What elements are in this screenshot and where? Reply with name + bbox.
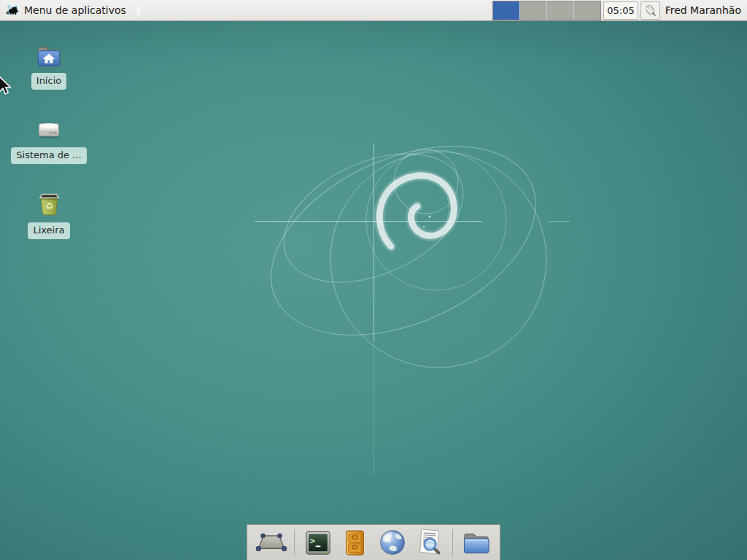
applications-menu-label: Menu de aplicativos (24, 4, 126, 16)
terminal-icon: > (304, 529, 332, 556)
file-manager-folder-icon (462, 530, 491, 555)
dock-item-show-desktop[interactable] (255, 526, 287, 559)
show-desktop-icon (255, 532, 287, 553)
top-panel: Menu de aplicativos 05:05 Fred Maranhão (0, 0, 747, 21)
desktop-icon-label: Início (31, 73, 66, 90)
mouse-device-icon (643, 3, 657, 18)
dock-item-document-search[interactable] (413, 526, 446, 559)
desktop-icon-label: Lixeira (28, 222, 69, 239)
workspace-pane-2[interactable] (520, 1, 546, 20)
bottom-dock-panel: > (247, 524, 500, 560)
mouse-cursor (0, 75, 13, 97)
trash-bin-icon: ♻ (36, 190, 63, 218)
dock-item-web-browser[interactable] (376, 526, 409, 559)
desktop-background[interactable] (0, 0, 747, 560)
clock[interactable]: 05:05 (603, 1, 638, 20)
logged-in-user-name: Fred Maranhão (665, 4, 741, 16)
dock-item-file-manager[interactable] (460, 526, 492, 559)
dock-item-file-cabinet[interactable] (338, 526, 371, 559)
document-search-icon (415, 528, 444, 557)
desktop-icon-trash[interactable]: ♻ Lixeira (9, 190, 89, 239)
xfce-mouse-logo-icon (4, 2, 20, 18)
globe-browser-icon (379, 529, 406, 556)
debian-lines-wallpaper-art (0, 0, 747, 560)
workspace-pane-3[interactable] (547, 1, 573, 20)
desktop-icon-label: Sistema de ... (11, 147, 86, 164)
desktop-icon-home[interactable]: Início (9, 42, 89, 90)
workspace-pane-4[interactable] (574, 1, 600, 20)
desktop-icon-filesystem[interactable]: Sistema de ... (9, 117, 89, 164)
dock-item-terminal[interactable]: > (301, 526, 334, 559)
applications-menu-button[interactable]: Menu de aplicativos (0, 0, 129, 20)
workspace-pane-1[interactable] (493, 1, 519, 20)
mouse-settings-tray-button[interactable] (640, 1, 660, 20)
svg-text:♻: ♻ (44, 201, 53, 211)
dock-separator (294, 529, 295, 556)
hard-drive-icon (36, 117, 62, 143)
svg-text:>: > (309, 536, 314, 546)
panel-grip-handle[interactable] (134, 4, 142, 17)
home-folder-icon (35, 42, 63, 69)
dock-separator (452, 529, 453, 556)
file-cabinet-icon (344, 529, 366, 557)
workspace-switcher (492, 1, 601, 20)
